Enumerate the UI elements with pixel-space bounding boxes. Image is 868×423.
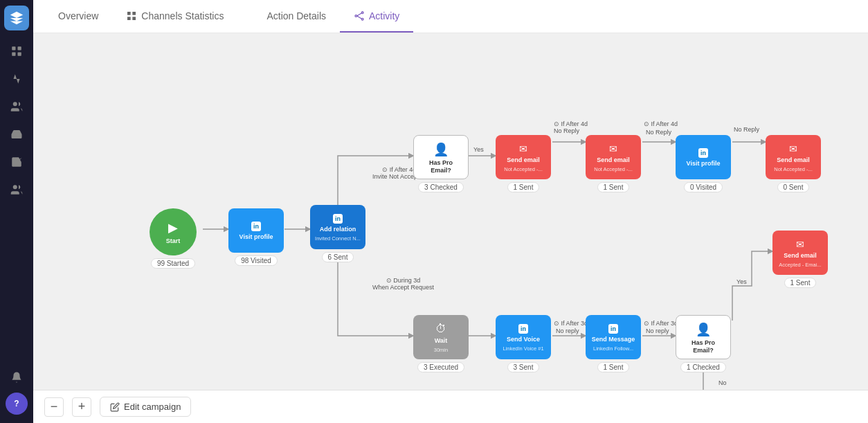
- node-add-relation[interactable]: in Add relation Invited Connect N... 6 S…: [310, 205, 365, 262]
- sidebar-item-notifications[interactable]: [4, 365, 29, 390]
- cond-after4d-2: ⊙ If After 4d: [644, 120, 678, 127]
- svg-point-18: [361, 18, 363, 20]
- mail-icon-1: ✉: [519, 143, 527, 154]
- bottombar: − + Edit campaign: [33, 390, 868, 423]
- tab-action-details-label: Action Details: [266, 10, 326, 21]
- list-icon: [251, 10, 262, 21]
- tabbar: Overview Channels Statistics Action Deta…: [33, 0, 868, 33]
- sidebar-logo[interactable]: [4, 6, 29, 30]
- edit-campaign-button[interactable]: Edit campaign: [100, 397, 191, 417]
- zoom-in-button[interactable]: +: [72, 397, 91, 417]
- svg-rect-0: [12, 46, 15, 50]
- tab-activity[interactable]: Activity: [340, 0, 413, 33]
- sidebar: ?: [0, 0, 33, 423]
- tab-activity-label: Activity: [369, 10, 399, 21]
- svg-rect-1: [18, 46, 21, 50]
- svg-rect-7: [133, 12, 136, 15]
- cond-no-reply-2: No Reply: [646, 129, 671, 136]
- linkedin-icon-5: in: [608, 324, 618, 334]
- flow-icon: [354, 10, 365, 21]
- tab-overview[interactable]: Overview: [44, 0, 112, 33]
- cond-yes1: Yes: [473, 146, 484, 153]
- svg-point-5: [13, 185, 17, 189]
- mail-icon-2: ✉: [609, 143, 617, 154]
- cond-no-reply-1: No Reply: [554, 127, 579, 134]
- sidebar-item-inbox[interactable]: [4, 122, 29, 147]
- avatar[interactable]: ?: [6, 393, 28, 415]
- grid-icon: [126, 10, 137, 21]
- clock-icon: ⏱: [435, 323, 446, 335]
- linkedin-icon-3: in: [698, 148, 708, 158]
- linkedin-icon-1: in: [251, 222, 261, 231]
- cond-no-reply-4: No reply: [556, 327, 579, 334]
- main-content: Overview Channels Statistics Action Deta…: [33, 0, 868, 423]
- cond-when-accept: ⊙ During 3dWhen Accept Request: [372, 277, 434, 291]
- node-wait[interactable]: ⏱ Wait 30min 3 Executed: [413, 315, 469, 372]
- svg-point-16: [355, 15, 357, 17]
- svg-rect-9: [133, 17, 136, 20]
- sidebar-item-audiences[interactable]: [4, 177, 29, 202]
- sidebar-item-dashboard[interactable]: [4, 39, 29, 64]
- node-send-message1[interactable]: in Send Message LinkedIn Follow... 1 Sen…: [586, 315, 641, 372]
- person-check-icon-2: 👤: [696, 322, 711, 337]
- svg-point-17: [361, 12, 363, 14]
- svg-point-4: [13, 102, 17, 106]
- tab-channels-statistics-label: Channels Statistics: [141, 10, 224, 21]
- svg-rect-8: [127, 17, 131, 20]
- node-send-email3[interactable]: ✉ Send email Not Accepted -... 0 Sent: [766, 135, 821, 192]
- node-send-email1[interactable]: ✉ Send email Not Accepted -... 1 Sent: [496, 135, 551, 192]
- zoom-out-button[interactable]: −: [44, 397, 64, 417]
- tab-action-details[interactable]: Action Details: [237, 0, 340, 33]
- cond-no-reply-3: No Reply: [734, 126, 759, 133]
- svg-line-19: [357, 13, 362, 16]
- edit-icon: [110, 402, 120, 412]
- sidebar-item-contacts[interactable]: [4, 94, 29, 119]
- mail-icon-3: ✉: [789, 143, 797, 154]
- node-visit2[interactable]: in Visit profile 0 Visited: [676, 135, 731, 192]
- cond-after4d-1: ⊙ If After 4d: [554, 120, 588, 127]
- node-has-pro2[interactable]: 👤 Has Pro Email? 1 Checked: [676, 315, 731, 372]
- cond-after3d-2: ⊙ If After 3d: [644, 320, 678, 327]
- svg-rect-6: [127, 12, 131, 15]
- mail-icon-4: ✉: [796, 239, 804, 250]
- svg-rect-2: [12, 53, 15, 56]
- cond-no: No: [718, 379, 727, 386]
- node-start[interactable]: ▶ Start 99 Started: [150, 208, 197, 269]
- cond-no-reply-5: No reply: [646, 327, 669, 334]
- tab-overview-label: Overview: [58, 10, 98, 21]
- node-send-voice[interactable]: in Send Voice LinkedIn Voice #1 3 Sent: [496, 315, 551, 372]
- start-icon: ▶: [168, 220, 178, 235]
- linkedin-icon-4: in: [518, 324, 528, 334]
- sidebar-item-tasks[interactable]: [4, 150, 29, 174]
- svg-rect-3: [18, 53, 21, 56]
- cond-after3d-1: ⊙ If After 3d: [554, 320, 588, 327]
- tab-channels-statistics[interactable]: Channels Statistics: [112, 0, 237, 33]
- node-send-email4[interactable]: ✉ Send email Accepted - Emai... 1 Sent: [772, 231, 828, 288]
- cond-yes2: Yes: [736, 278, 747, 285]
- flow-canvas: ▶ Start 99 Started in Visit profile 98 V…: [33, 33, 868, 390]
- linkedin-icon-2: in: [333, 214, 343, 224]
- node-send-email2[interactable]: ✉ Send email Not Accepted -... 1 Sent: [586, 135, 641, 192]
- svg-line-20: [357, 16, 362, 19]
- node-has-pro1[interactable]: 👤 Has Pro Email? 3 Checked: [413, 135, 469, 192]
- edit-campaign-label: Edit campaign: [124, 402, 181, 412]
- node-visit1[interactable]: in Visit profile 98 Visited: [228, 208, 284, 266]
- sidebar-item-analytics[interactable]: [4, 66, 29, 91]
- person-check-icon-1: 👤: [433, 142, 449, 157]
